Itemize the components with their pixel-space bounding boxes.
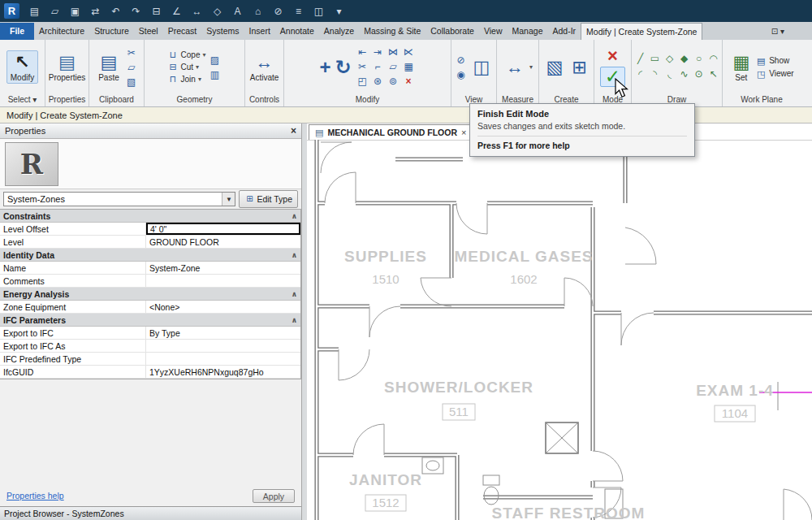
drawing-area[interactable]: ▤ MECHANICAL GROUND FLOOR × [307,124,812,520]
sync-with-central-icon[interactable]: ⇄ [90,4,101,19]
tab-structure[interactable]: Structure [89,23,134,40]
mirror-draw-axis-icon[interactable]: ⋉ [402,46,416,59]
project-browser-titlebar[interactable]: Project Browser - SystemZones [0,506,301,520]
room-label[interactable]: STAFF RESTROOM [492,505,646,520]
comments-value-field[interactable] [146,275,300,287]
measure-icon[interactable]: ∠ [171,4,182,19]
default-3d-view-icon[interactable]: ⌂ [253,4,263,19]
tab-systems[interactable]: Systems [201,23,244,40]
room-number[interactable]: 511 [449,405,469,418]
circle-tool-icon[interactable]: ○ [693,52,706,65]
tab-massing-site[interactable]: Massing & Site [359,23,425,40]
beam-systems-icon[interactable]: ▥ [208,68,221,81]
room-number[interactable]: 1512 [372,496,399,509]
ellipse-tool-icon[interactable]: ⊙ [693,67,706,80]
redo-icon[interactable]: ↷ [131,4,141,19]
copy-to-clipboard-icon[interactable]: ▱ [125,61,138,74]
create-group-button[interactable]: ▧ [542,56,566,78]
activate-dimensions-button[interactable]: ↔ Activate [247,51,283,83]
inscribed-polygon-tool-icon[interactable]: ◇ [663,52,676,65]
reveal-hidden-icon[interactable]: ◉ [455,68,468,81]
match-type-properties-icon[interactable]: ▧ [125,76,138,89]
qat-customize-icon[interactable]: ▾ [334,4,344,19]
tab-collaborate[interactable]: Collaborate [425,23,479,40]
tab-manage[interactable]: Manage [508,23,548,40]
level-value-field[interactable]: GROUND FLOOR [146,236,300,248]
properties-help-link[interactable]: Properties help [6,491,64,500]
panel-label-select[interactable]: Select ▾ [0,94,45,106]
pick-lines-tool-icon[interactable]: ↖ [707,67,720,80]
ifc-predefined-type-value-field[interactable] [146,353,300,365]
save-icon[interactable]: ▣ [70,4,80,19]
spline-tool-icon[interactable]: ∿ [678,67,691,80]
section-ifc-parameters[interactable]: IFC Parameters ∧ [0,314,300,327]
section-constraints[interactable]: Constraints ∧ [0,210,300,223]
create-similar-button[interactable]: ⊞ [568,56,590,78]
close-icon[interactable]: × [291,125,296,136]
paste-button[interactable]: ▤ Paste [95,51,123,83]
type-selector[interactable]: System-Zones ▼ [3,192,235,206]
ifcguid-value-field[interactable]: 1YyzXUeRH6NPNxguq87gHo [146,366,300,378]
move-icon[interactable]: + [319,57,330,78]
view-tools-button[interactable]: ◫ [470,56,494,78]
room-number[interactable]: 1510 [372,272,399,286]
room-label[interactable]: JANITOR [349,471,422,488]
unpin-icon[interactable]: ⊚ [387,75,400,89]
room-label[interactable]: SUPPLIES [344,248,427,265]
show-work-plane-button[interactable]: ▤ Show [755,55,793,67]
close-view-icon[interactable]: × [461,128,466,137]
mirror-pick-axis-icon[interactable]: ⋈ [387,46,400,59]
align-icon[interactable]: ⇤ [356,46,369,59]
thin-lines-icon[interactable]: ≡ [293,4,304,19]
tag-by-category-icon[interactable]: ◇ [212,4,222,19]
tab-analyze[interactable]: Analyze [319,23,359,40]
tab-steel[interactable]: Steel [134,23,163,40]
cancel-edit-mode-button[interactable]: × [607,48,618,64]
tab-insert[interactable]: Insert [244,23,275,40]
tab-architecture[interactable]: Architecture [34,23,89,40]
section-icon[interactable]: ⊘ [273,4,283,19]
measure-flyout-icon[interactable]: ▾ [529,63,533,71]
copy-icon[interactable]: ▱ [387,60,400,74]
room-label[interactable]: MEDICAL GASES [454,248,593,265]
start-end-radius-arc-icon[interactable]: ◠ [707,52,720,65]
chevron-down-icon[interactable]: ▼ [222,193,235,206]
aligned-dimension-icon[interactable]: ↔ [192,4,202,19]
rotate-icon[interactable]: ↻ [335,57,351,78]
room-number[interactable]: 1104 [722,406,748,420]
join-button[interactable]: ⊓ Join ▾ [168,74,206,84]
undo-icon[interactable]: ↶ [110,4,121,19]
zone-equipment-value-field[interactable]: <None> [146,301,300,313]
text-icon[interactable]: A [232,4,243,19]
open-icon[interactable]: ▱ [50,4,60,19]
tab-modify-create-system-zone[interactable]: Modify | Create System-Zone [581,23,702,40]
fillet-arc-icon[interactable]: ◟ [663,67,676,80]
split-element-icon[interactable]: ✂ [356,60,369,74]
cut-geometry-button[interactable]: ⊟ Cut ▾ [168,62,206,72]
tab-view[interactable]: View [479,23,508,40]
apply-button[interactable]: Apply [253,489,295,503]
tangent-end-arc-icon[interactable]: ◝ [649,67,662,80]
switch-windows-icon[interactable]: ◫ [313,4,324,19]
name-value-field[interactable]: System-Zone [146,262,300,274]
room-label[interactable]: SHOWER/LOCKER [384,379,533,396]
revit-logo[interactable]: R [4,3,19,19]
tab-annotate[interactable]: Annotate [275,23,319,40]
level-offset-value-field[interactable]: 4' 0" [146,223,300,235]
section-energy-analysis[interactable]: Energy Analysis ∧ [0,288,300,301]
cope-button[interactable]: ⊔ Cope ▾ [168,50,206,60]
measure-button[interactable]: ↔ [503,56,527,78]
export-to-ifc-as-value-field[interactable] [146,340,300,352]
rectangle-tool-icon[interactable]: ▭ [649,52,662,65]
trim-extend-icon[interactable]: ⌐ [371,60,385,74]
circumscribed-polygon-tool-icon[interactable]: ◆ [678,52,691,65]
set-work-plane-button[interactable]: ▦ Set [729,51,753,83]
line-tool-icon[interactable]: ╱ [634,52,647,65]
print-icon[interactable]: ⊟ [151,4,162,19]
room-number[interactable]: 1602 [510,272,537,286]
floor-plan[interactable]: SUPPLIES 1510 MEDICAL GASES 1602 SHOWER/… [307,140,812,520]
scale-icon[interactable]: ◰ [356,75,369,89]
array-icon[interactable]: ▦ [402,60,416,74]
hide-in-view-icon[interactable]: ⊘ [455,54,468,67]
center-ends-arc-icon[interactable]: ◜ [634,67,647,80]
